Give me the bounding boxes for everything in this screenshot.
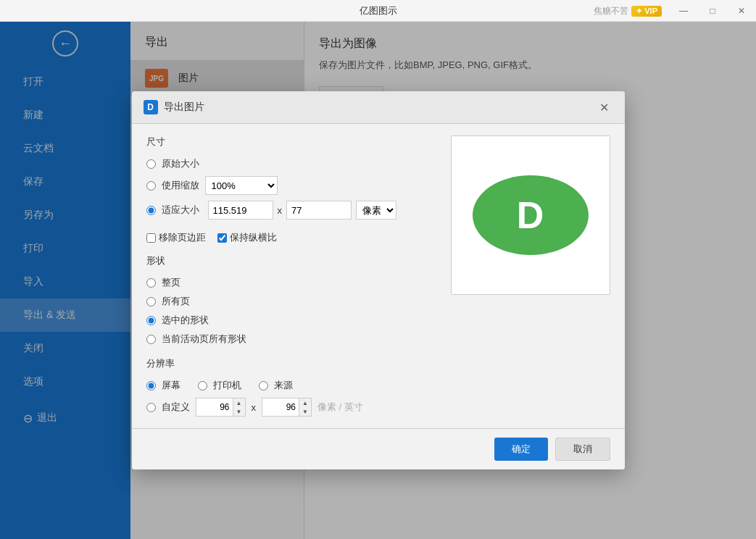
dialog-overlay: D 导出图片 ✕ 尺寸 原始大小 使用缩放 50% xyxy=(0,22,756,539)
dpi1-input[interactable] xyxy=(196,398,233,416)
radio-zoom: 使用缩放 50% 75% 100% 125% 150% 200% xyxy=(146,176,439,195)
dialog-header: D 导出图片 ✕ xyxy=(132,91,625,124)
dialog-right: D xyxy=(451,135,610,417)
radio-allpages-label: 所有页 xyxy=(162,295,190,308)
radio-source-label: 来源 xyxy=(274,379,293,392)
radio-custom-label: 自定义 xyxy=(162,401,190,414)
shape-section-title: 形状 xyxy=(146,254,439,267)
radio-custom-row: 自定义 ▲ ▼ x ▲ ▼ xyxy=(146,398,439,417)
radio-fullpage: 整页 xyxy=(146,276,439,289)
radio-zoom-label: 使用缩放 xyxy=(162,179,199,192)
vip-username: 焦糖不苦 xyxy=(594,5,628,17)
confirm-button[interactable]: 确定 xyxy=(494,438,548,461)
title-bar: 亿图图示 焦糖不苦 ✦ VIP — □ ✕ xyxy=(0,0,756,22)
height-input[interactable] xyxy=(286,201,352,220)
zoom-select[interactable]: 50% 75% 100% 125% 150% 200% xyxy=(205,176,278,195)
radio-printer-input[interactable] xyxy=(198,381,207,390)
radio-screen: 屏幕 xyxy=(146,379,180,392)
width-input[interactable] xyxy=(208,201,273,220)
dialog-title: 导出图片 xyxy=(164,101,596,114)
preview-shape: D xyxy=(473,175,589,255)
radio-fullpage-label: 整页 xyxy=(162,276,180,289)
unit-select[interactable]: 像素 英寸 毫米 xyxy=(356,201,396,220)
dpi1-spinbox: ▲ ▼ xyxy=(196,398,246,417)
radio-screen-label: 屏幕 xyxy=(162,379,180,392)
app-title: 亿图图示 xyxy=(360,4,397,17)
radio-active: 当前活动页所有形状 xyxy=(146,333,439,346)
dpi2-spinbox: ▲ ▼ xyxy=(262,398,312,417)
radio-original-label: 原始大小 xyxy=(162,157,199,170)
radio-active-input[interactable] xyxy=(146,335,156,344)
vip-badge: ✦ VIP xyxy=(631,6,662,17)
remove-margin-checkbox[interactable] xyxy=(146,233,156,243)
radio-fit: 适应大小 x 像素 英寸 毫米 xyxy=(146,201,439,220)
radio-selected: 选中的形状 xyxy=(146,314,439,327)
radio-selected-input[interactable] xyxy=(146,316,156,325)
radio-source-input[interactable] xyxy=(259,381,268,390)
dialog-close-button[interactable]: ✕ xyxy=(596,99,613,116)
radio-printer: 打印机 xyxy=(198,379,241,392)
dialog-footer: 确定 取消 xyxy=(132,428,625,469)
dpi2-down[interactable]: ▼ xyxy=(299,407,311,416)
radio-active-label: 当前活动页所有形状 xyxy=(162,333,246,346)
radio-fit-label: 适应大小 xyxy=(162,204,199,217)
preview-box: D xyxy=(451,135,610,295)
dpi-unit-label: 像素 / 英寸 xyxy=(317,401,363,414)
dialog-left: 尺寸 原始大小 使用缩放 50% 75% 100% 125% xyxy=(146,135,439,417)
resolution-radio-group: 屏幕 打印机 来源 xyxy=(146,379,439,392)
keep-ratio-label: 保持纵横比 xyxy=(217,231,277,244)
minimize-button[interactable]: — xyxy=(669,0,698,22)
radio-zoom-input[interactable] xyxy=(146,181,156,191)
maximize-button[interactable]: □ xyxy=(698,0,727,22)
dpi2-up[interactable]: ▲ xyxy=(299,398,311,407)
radio-allpages: 所有页 xyxy=(146,295,439,308)
radio-allpages-input[interactable] xyxy=(146,297,156,306)
remove-margin-label: 移除页边距 xyxy=(146,231,206,244)
radio-fit-input[interactable] xyxy=(146,206,156,215)
radio-original-input[interactable] xyxy=(146,159,156,169)
size-inputs: x 像素 英寸 毫米 xyxy=(208,201,397,220)
window-controls: — □ ✕ xyxy=(669,0,756,22)
size-checkboxes: 移除页边距 保持纵横比 xyxy=(146,231,439,244)
size-radio-group: 原始大小 使用缩放 50% 75% 100% 125% 150% 200% xyxy=(146,157,439,220)
close-button[interactable]: ✕ xyxy=(727,0,756,22)
radio-printer-label: 打印机 xyxy=(213,379,241,392)
radio-screen-input[interactable] xyxy=(146,381,156,390)
dialog-icon: D xyxy=(144,100,158,114)
dpi-x-symbol: x xyxy=(252,402,257,413)
vip-area: 焦糖不苦 ✦ VIP xyxy=(594,0,662,22)
dpi2-spinner: ▲ ▼ xyxy=(299,398,311,416)
dpi2-input[interactable] xyxy=(262,398,299,416)
export-dialog: D 导出图片 ✕ 尺寸 原始大小 使用缩放 50% xyxy=(132,91,625,469)
shape-radio-group: 整页 所有页 选中的形状 当前活动页所有形状 xyxy=(146,276,439,346)
keep-ratio-checkbox[interactable] xyxy=(217,233,227,243)
radio-fullpage-input[interactable] xyxy=(146,278,156,288)
size-section-title: 尺寸 xyxy=(146,135,439,149)
dialog-body: 尺寸 原始大小 使用缩放 50% 75% 100% 125% xyxy=(132,124,625,428)
radio-custom-input[interactable] xyxy=(146,403,156,412)
dpi1-up[interactable]: ▲ xyxy=(233,398,245,407)
x-symbol: x xyxy=(278,205,283,216)
dpi1-down[interactable]: ▼ xyxy=(233,407,245,416)
dpi1-spinner: ▲ ▼ xyxy=(233,398,245,416)
radio-selected-label: 选中的形状 xyxy=(162,314,209,327)
radio-source: 来源 xyxy=(259,379,293,392)
cancel-button[interactable]: 取消 xyxy=(555,438,610,461)
resolution-section-title: 分辨率 xyxy=(146,357,439,370)
radio-original: 原始大小 xyxy=(146,157,439,170)
